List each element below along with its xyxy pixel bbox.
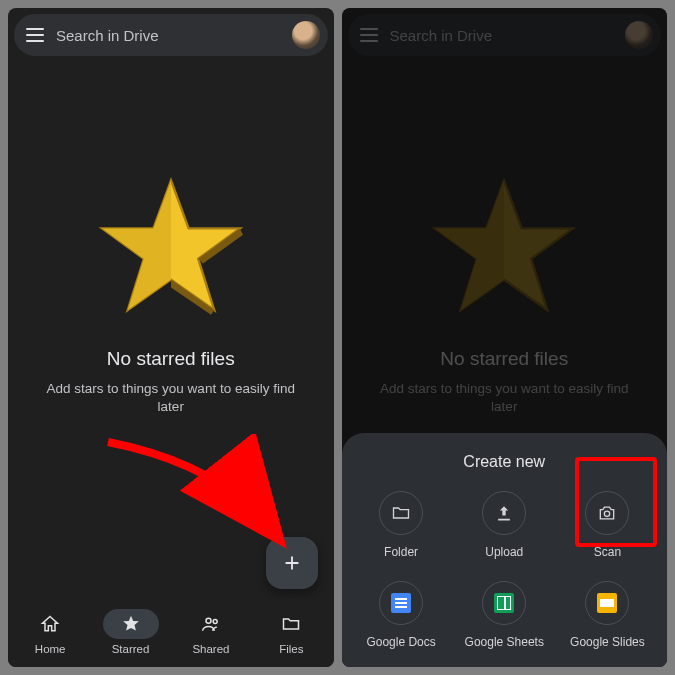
upload-icon: [494, 503, 514, 523]
create-folder[interactable]: Folder: [350, 491, 453, 559]
create-sheets[interactable]: Google Sheets: [453, 581, 556, 649]
screen-create-sheet: Search in Drive No starred files Add sta…: [342, 8, 668, 667]
star-illustration: [8, 166, 334, 326]
svg-marker-1: [102, 180, 171, 310]
docs-icon: [391, 593, 411, 613]
annotation-highlight-scan: [575, 457, 657, 547]
nav-home[interactable]: Home: [22, 609, 78, 655]
slides-icon: [597, 593, 617, 613]
create-docs[interactable]: Google Docs: [350, 581, 453, 649]
bottom-nav: Home Starred Shared Files: [8, 599, 334, 667]
sheets-icon: [494, 593, 514, 613]
people-icon: [201, 614, 221, 634]
star-icon: [121, 614, 141, 634]
screen-starred-empty: Search in Drive No starred files Add sta…: [8, 8, 334, 667]
empty-title: No starred files: [8, 348, 334, 370]
plus-icon: [281, 552, 303, 574]
avatar[interactable]: [292, 21, 320, 49]
fab-new[interactable]: [266, 537, 318, 589]
create-upload[interactable]: Upload: [453, 491, 556, 559]
menu-icon[interactable]: [26, 28, 44, 42]
nav-files[interactable]: Files: [263, 609, 319, 655]
folder-icon: [391, 503, 411, 523]
home-icon: [40, 614, 60, 634]
search-placeholder: Search in Drive: [56, 27, 280, 44]
svg-point-6: [213, 620, 217, 624]
search-bar[interactable]: Search in Drive: [14, 14, 328, 56]
nav-shared[interactable]: Shared: [183, 609, 239, 655]
create-slides[interactable]: Google Slides: [556, 581, 659, 649]
empty-subtitle: Add stars to things you want to easily f…: [8, 380, 334, 416]
svg-point-5: [206, 618, 211, 623]
folder-icon: [281, 614, 301, 634]
nav-starred[interactable]: Starred: [103, 609, 159, 655]
